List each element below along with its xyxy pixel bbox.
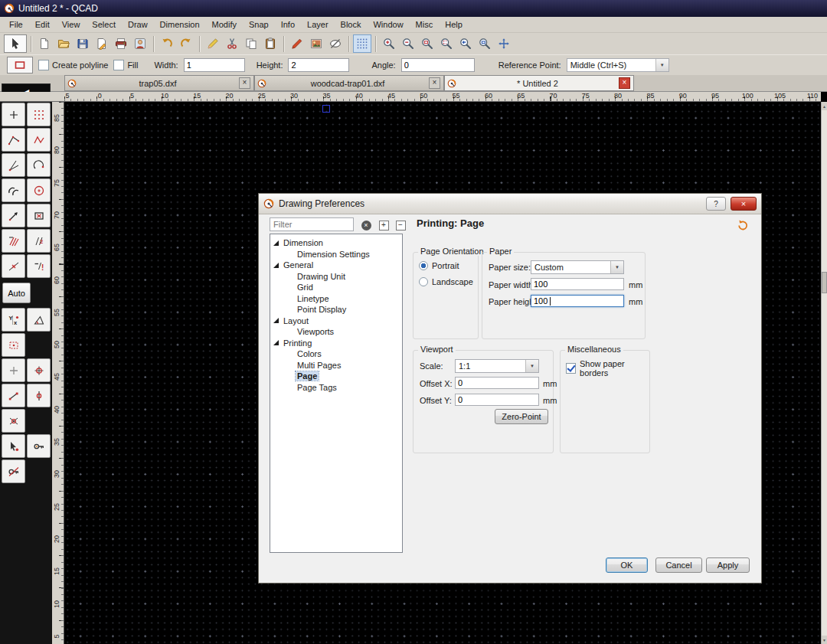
snap-middle-tool-button[interactable] xyxy=(27,384,51,407)
redo-button[interactable] xyxy=(177,34,195,53)
portrait-option[interactable]: Portrait xyxy=(419,261,459,270)
height-input[interactable] xyxy=(288,58,349,72)
cancel-button[interactable]: Cancel xyxy=(655,557,702,573)
menu-info[interactable]: Info xyxy=(275,18,301,31)
menu-misc[interactable]: Misc xyxy=(410,18,440,31)
menu-view[interactable]: View xyxy=(56,18,87,31)
cross-line-tool-button[interactable] xyxy=(2,254,25,278)
tree-expander-icon[interactable] xyxy=(273,340,279,345)
open-folder-button[interactable] xyxy=(54,34,73,53)
tab-untitled-2[interactable]: * Untitled 2× xyxy=(444,75,634,91)
menu-dimension[interactable]: Dimension xyxy=(154,18,206,31)
menu-modify[interactable]: Modify xyxy=(206,18,243,31)
tree-item-general[interactable]: General xyxy=(270,260,402,271)
tree-item-printing[interactable]: Printing xyxy=(270,338,402,349)
apply-button[interactable]: Apply xyxy=(706,557,750,573)
scale-select[interactable]: 1:1 ▼ xyxy=(455,359,539,373)
tree-item-point-display[interactable]: Point Display xyxy=(270,304,402,315)
tree-expander-icon[interactable] xyxy=(273,240,279,246)
current-rectangle-tool-button[interactable] xyxy=(7,57,33,74)
arc-3p-tool-button[interactable] xyxy=(27,153,51,177)
snap-end-tool-button[interactable] xyxy=(2,384,25,407)
hatch-tool-button[interactable] xyxy=(2,229,25,253)
circle-center-tool-button[interactable] xyxy=(27,178,51,202)
polyline-tool-button[interactable] xyxy=(27,128,51,152)
tree-item-dimension-settings[interactable]: Dimension Settings xyxy=(270,249,402,260)
paste-button[interactable] xyxy=(261,34,279,53)
export-image-button[interactable] xyxy=(131,34,149,53)
collapse-all-button[interactable]: − xyxy=(394,218,407,232)
angle-tool-button[interactable] xyxy=(27,308,51,332)
dialog-help-button[interactable]: ? xyxy=(706,197,726,211)
reset-to-defaults-icon[interactable] xyxy=(737,219,749,231)
menu-draw[interactable]: Draw xyxy=(122,18,154,31)
coord-yx-tool-button[interactable]: Yx xyxy=(2,308,25,332)
restrict-off-tool-button[interactable] xyxy=(2,459,25,483)
save-button[interactable] xyxy=(74,34,92,53)
pan-button[interactable] xyxy=(495,34,513,53)
width-input[interactable] xyxy=(184,58,245,72)
tree-expander-icon[interactable] xyxy=(273,263,279,268)
scroll-down-button[interactable]: ▼ xyxy=(822,636,827,644)
paper-height-input[interactable] xyxy=(531,295,624,307)
landscape-option[interactable]: Landscape xyxy=(419,277,473,286)
line-arrow-tool-button[interactable] xyxy=(2,204,25,227)
tab-woodcad-trap01-dxf[interactable]: woodcad-trap01.dxf× xyxy=(254,75,444,91)
tree-item-grid[interactable]: Grid xyxy=(270,282,402,293)
zoom-window-button[interactable] xyxy=(418,34,436,53)
info-mark-tool-button[interactable]: ! xyxy=(27,254,51,278)
draw-pen-button[interactable] xyxy=(204,34,222,53)
zero-point-button[interactable]: Zero-Point xyxy=(495,409,548,424)
print-button[interactable] xyxy=(112,34,130,53)
menu-select[interactable]: Select xyxy=(86,18,122,31)
image-doc-button[interactable] xyxy=(307,34,325,53)
paper-size-select[interactable]: Custom ▼ xyxy=(531,260,624,274)
filter-input[interactable] xyxy=(270,217,354,231)
menu-window[interactable]: Window xyxy=(367,18,409,31)
tree-item-colors[interactable]: Colors xyxy=(270,348,402,360)
ok-button[interactable]: OK xyxy=(606,557,648,573)
tab-trap05-dxf[interactable]: trap05.dxf× xyxy=(64,75,254,91)
tab-close-button[interactable]: × xyxy=(429,77,440,89)
arcs-tool-button[interactable] xyxy=(2,178,25,202)
menu-file[interactable]: File xyxy=(3,18,29,31)
auto-snap-button[interactable]: Auto xyxy=(2,283,31,303)
point-tool-button[interactable] xyxy=(2,103,25,126)
cursor-tool-button[interactable] xyxy=(4,34,27,53)
window-titlebar[interactable]: Untitled 2 * - QCAD xyxy=(0,0,827,17)
menu-snap[interactable]: Snap xyxy=(243,18,275,31)
point-grid-tool-button[interactable] xyxy=(27,103,51,126)
zoom-out-button[interactable] xyxy=(399,34,417,53)
zoom-previous-button[interactable] xyxy=(456,34,475,53)
expand-all-button[interactable]: + xyxy=(377,218,391,232)
menu-help[interactable]: Help xyxy=(439,18,469,31)
tree-expander-icon[interactable] xyxy=(273,318,279,323)
tree-item-multi-pages[interactable]: Multi Pages xyxy=(270,360,402,371)
offset-x-input[interactable] xyxy=(455,377,539,389)
clear-filter-button[interactable]: × xyxy=(359,218,373,232)
show-paper-borders-option[interactable]: Show paper borders xyxy=(566,359,649,378)
restrict-horizontal-tool-button[interactable] xyxy=(27,434,51,458)
vertical-scrollbar[interactable]: ▲ ▼ xyxy=(821,102,827,644)
dialog-titlebar[interactable]: Drawing Preferences ? × xyxy=(259,194,761,214)
ellipse-off-button[interactable] xyxy=(326,34,345,53)
offset-y-input[interactable] xyxy=(455,394,539,406)
tree-item-page-tags[interactable]: Page Tags xyxy=(270,382,402,394)
scroll-up-button[interactable]: ▲ xyxy=(822,102,827,110)
paper-width-input[interactable] xyxy=(531,278,624,290)
zoom-selection-button[interactable] xyxy=(476,34,494,53)
new-file-button[interactable] xyxy=(35,34,54,53)
snap-free-tool-button[interactable] xyxy=(2,358,25,382)
landscape-radio[interactable] xyxy=(419,277,428,286)
select-rect-tool-button[interactable] xyxy=(2,333,25,357)
scrollbar-thumb[interactable] xyxy=(822,272,827,293)
rect-tool-button[interactable] xyxy=(27,204,51,227)
edit-doc-button[interactable] xyxy=(93,34,111,53)
tree-item-layout[interactable]: Layout xyxy=(270,315,402,327)
tree-item-linetype[interactable]: Linetype xyxy=(270,293,402,305)
snap-intersection-tool-button[interactable] xyxy=(2,409,25,433)
line-tool-button[interactable] xyxy=(2,128,25,152)
menu-layer[interactable]: Layer xyxy=(301,18,335,31)
portrait-radio[interactable] xyxy=(419,261,428,270)
cut-button[interactable] xyxy=(223,34,241,53)
